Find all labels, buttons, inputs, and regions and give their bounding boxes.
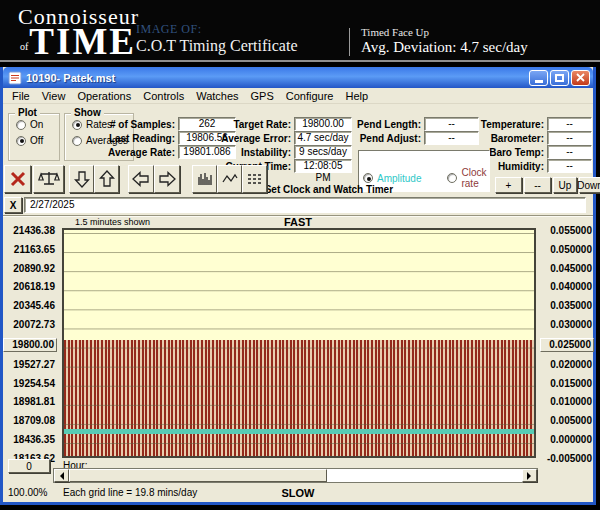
- close-icon: [576, 73, 585, 82]
- axis-tick: 0.020000: [540, 359, 594, 371]
- radio-icon: [447, 173, 457, 183]
- minus-button[interactable]: --: [524, 177, 551, 193]
- barometer-field[interactable]: --: [547, 131, 592, 145]
- date-field[interactable]: 2/27/2025: [24, 197, 586, 213]
- axis-tick: 0.040000: [540, 281, 594, 293]
- app-window: 10190- Patek.mst File View Operations Co…: [0, 67, 596, 505]
- arrow-up-icon: [99, 170, 115, 188]
- app-icon: [8, 71, 22, 85]
- down-button[interactable]: Down: [579, 177, 600, 193]
- radio-icon: [16, 136, 26, 146]
- menu-help[interactable]: Help: [340, 89, 375, 103]
- avg-deviation: Avg. Deviation: 4.7 sec/day: [361, 39, 528, 56]
- menu-file[interactable]: File: [6, 89, 36, 103]
- temperature-field[interactable]: --: [547, 117, 592, 131]
- menu-controls[interactable]: Controls: [137, 89, 190, 103]
- axis-tick: 20072.73: [3, 319, 57, 331]
- close-button[interactable]: [571, 70, 590, 86]
- balance-scale-icon: [38, 170, 60, 188]
- axis-tick: 0.030000: [540, 319, 594, 331]
- certificate-title: C.O.T Timing Certificate: [136, 37, 297, 55]
- axis-tick: 18436.35: [3, 434, 57, 446]
- temperature-row: Temperature: --: [467, 117, 592, 131]
- menu-view[interactable]: View: [36, 89, 72, 103]
- instability-row: Instability: 9 secs/day: [202, 145, 352, 159]
- balance-button[interactable]: [33, 165, 64, 193]
- radio-icon: [72, 136, 82, 146]
- slow-label: SLOW: [3, 487, 593, 499]
- time-scrollbar[interactable]: [53, 468, 538, 483]
- minimize-icon: [535, 80, 543, 83]
- barometer-row: Barometer: --: [467, 131, 592, 145]
- red-x-icon: [9, 170, 27, 188]
- axis-tick: 0.035000: [540, 300, 594, 312]
- plot-on-radio[interactable]: On: [16, 119, 59, 130]
- left-axis: 21436.38 21163.65 20890.92 20618.19 2034…: [3, 225, 57, 465]
- timing-plot[interactable]: [62, 228, 536, 458]
- scrollbar-left-arrow[interactable]: [54, 469, 69, 482]
- histogram-view-button[interactable]: [192, 165, 217, 193]
- menu-operations[interactable]: Operations: [71, 89, 137, 103]
- clock-rate-radio[interactable]: Clock rate: [447, 167, 489, 189]
- humidity-field[interactable]: --: [547, 159, 592, 173]
- plot-group-label: Plot: [15, 107, 40, 118]
- menu-watches[interactable]: Watches: [190, 89, 244, 103]
- maximize-icon: [555, 74, 564, 82]
- target-rate-row: Target Rate: 19800.00: [202, 117, 352, 131]
- axis-tick: 19527.27: [3, 359, 57, 371]
- pend-length-row: Pend Length: --: [339, 117, 479, 131]
- average-error-row: Average Error: 4.7 sec/day: [202, 131, 352, 145]
- connoisseur-of-time-logo: Connoisseur of TIME: [18, 4, 139, 58]
- scroll-left-button[interactable]: [128, 165, 154, 193]
- radio-icon: [16, 120, 26, 130]
- up-button[interactable]: Up: [553, 177, 577, 193]
- minimize-button[interactable]: [529, 70, 548, 86]
- certificate-banner: Connoisseur of TIME IMAGE OF: C.O.T Timi…: [0, 0, 600, 62]
- radio-icon: [72, 120, 82, 130]
- fast-label: FAST: [3, 216, 593, 228]
- menu-configure[interactable]: Configure: [280, 89, 340, 103]
- axis-tick: 19254.54: [3, 378, 57, 390]
- scrollbar-right-arrow[interactable]: [522, 469, 537, 482]
- axis-tick: 18981.81: [3, 396, 57, 408]
- line-view-button[interactable]: [217, 165, 242, 193]
- right-triangle-icon: [527, 472, 535, 480]
- axis-tick: 20345.46: [3, 300, 57, 312]
- banner-divider: [349, 28, 350, 56]
- histogram-icon: [197, 171, 213, 187]
- current-time-field[interactable]: 12:08:05 PM: [294, 159, 352, 173]
- shift-up-button[interactable]: [94, 165, 119, 193]
- axis-tick: 20890.92: [3, 263, 57, 275]
- plus-button[interactable]: +: [495, 177, 522, 193]
- date-clear-button[interactable]: X: [4, 197, 22, 213]
- delete-reading-button[interactable]: [4, 165, 31, 193]
- amplitude-series: [64, 429, 534, 434]
- menubar: File View Operations Controls Watches GP…: [3, 88, 593, 104]
- plot-off-radio[interactable]: Off: [16, 135, 59, 146]
- arrow-right-icon: [158, 171, 176, 187]
- axis-tick: 0.050000: [540, 244, 594, 256]
- highlighted-right-tick: 0.025000: [540, 338, 594, 352]
- screenshot-root: Connoisseur of TIME IMAGE OF: C.O.T Timi…: [0, 0, 600, 510]
- scrollbar-track[interactable]: [327, 469, 522, 482]
- right-axis: 0.055000 0.050000 0.045000 0.040000 0.03…: [540, 225, 594, 465]
- axis-tick: 20618.19: [3, 281, 57, 293]
- logo-word-time: TIME: [29, 26, 136, 58]
- gridlines: [64, 230, 534, 456]
- shift-down-button[interactable]: [69, 165, 94, 193]
- line-graph-icon: [222, 172, 238, 186]
- baro-temp-field[interactable]: --: [547, 145, 592, 159]
- dashes-view-button[interactable]: [242, 165, 267, 193]
- instability-field[interactable]: 9 secs/day: [294, 145, 352, 159]
- maximize-button[interactable]: [550, 70, 569, 86]
- axis-tick: 0.045000: [540, 263, 594, 275]
- axis-tick: 0.055000: [540, 225, 594, 237]
- zero-button[interactable]: 0: [8, 459, 50, 473]
- scroll-right-button[interactable]: [154, 165, 180, 193]
- menu-gps[interactable]: GPS: [245, 89, 280, 103]
- scrollbar-thumb[interactable]: [69, 469, 327, 482]
- axis-tick: 0.000000: [540, 434, 594, 446]
- logo-word-of: of: [20, 41, 28, 52]
- window-titlebar[interactable]: 10190- Patek.mst: [3, 67, 593, 88]
- left-triangle-icon: [56, 472, 64, 480]
